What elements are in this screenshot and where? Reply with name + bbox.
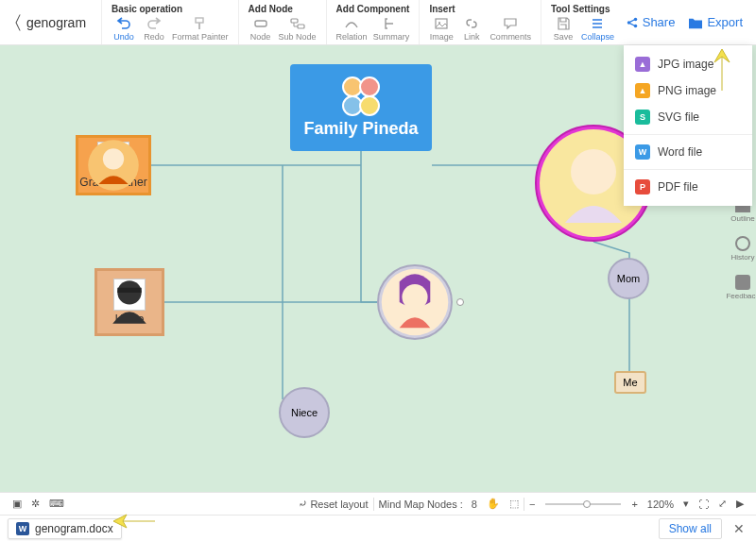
node-root[interactable]: Family Pineda [290,64,432,151]
image-button[interactable]: Image [429,16,454,42]
svg-rect-3 [298,25,304,28]
node-me[interactable]: Me [614,371,646,394]
sp-history[interactable]: History [731,236,755,262]
group-basic: Basic operation Undo Redo Format Painter [101,0,238,44]
present-button[interactable]: ▶ [731,498,748,510]
node-button[interactable]: Node [249,16,273,42]
node-handle[interactable] [456,298,464,306]
zoom-in[interactable]: + [627,499,642,510]
comments-button[interactable]: Comments [490,16,531,42]
svg-text:W: W [19,524,27,533]
avatar-icon [97,142,129,174]
zoom-out[interactable]: − [524,499,540,510]
node-niece[interactable]: Niece [279,387,330,438]
svg-rect-1 [255,21,266,26]
toolbar: 〈 genogram Basic operation Undo Redo For… [0,0,756,45]
relation-button[interactable]: Relation [336,16,368,42]
fullscreen-button[interactable]: ⤢ [713,498,731,510]
sub-node-button[interactable]: Sub Node [279,16,317,42]
bb-icon1[interactable]: ▣ [8,498,26,510]
share-button[interactable]: Share [626,15,676,29]
node-aunt[interactable]: Aunt [377,264,453,340]
node-grandfather[interactable]: Grand Father [76,135,151,195]
share-icon [626,16,639,29]
group-add-node: Add Node Node Sub Node [238,0,326,44]
node-uncle[interactable]: Uncle [94,268,164,336]
export-svg[interactable]: SSVG file [624,104,752,130]
hand-tool[interactable]: ✋ [482,498,505,510]
svg-rect-2 [291,19,298,23]
node-count: Mind Map Nodes : 8 [374,499,482,510]
hint-arrow-export [709,45,735,96]
group-insert: Insert Image Link Comments [419,0,541,44]
sp-feedback[interactable]: Feedback [726,275,756,300]
export-button[interactable]: Export [688,15,743,29]
zoom-slider[interactable] [545,503,621,505]
cursor-tool[interactable]: ⬚ [505,498,524,510]
zoom-value: 120% [643,499,679,510]
word-icon: W [16,522,29,535]
group-add-component: Add Component Relation Summary [326,0,420,44]
fit-button[interactable]: ⛶ [694,499,713,510]
node-mom[interactable]: Mom [608,258,649,299]
export-icon [688,16,703,29]
doc-title[interactable]: genogram [26,0,101,44]
export-word[interactable]: WWord file [624,139,752,165]
svg-point-12 [571,149,616,194]
summary-button[interactable]: Summary [373,16,410,42]
bb-icon2[interactable]: ✲ [26,498,44,510]
back-button[interactable]: 〈 [9,0,26,44]
export-pdf[interactable]: PPDF file [624,174,752,200]
avatar-icon [399,279,431,311]
zoom-dropdown[interactable]: ▾ [679,498,694,510]
show-all-button[interactable]: Show all [659,518,722,539]
family-avatar-icon [337,77,385,115]
group-tool-settings: Tool Settings Save Collapse [541,0,624,44]
svg-point-16 [402,284,427,310]
svg-rect-14 [117,288,141,293]
close-download-bar[interactable]: ✕ [730,521,748,536]
avatar-icon [573,155,614,196]
reset-layout-button[interactable]: ⤾ Reset layout [294,498,372,510]
download-item[interactable]: W genogram.docx [8,518,122,539]
save-button[interactable]: Save [551,16,576,42]
undo-button[interactable]: Undo [112,16,136,42]
bb-icon3[interactable]: ⌨ [44,498,69,510]
svg-point-7 [633,17,637,21]
avatar-icon [113,279,146,311]
collapse-button[interactable]: Collapse [581,16,614,42]
hint-arrow-download [110,511,157,535]
svg-rect-0 [196,18,203,23]
svg-point-8 [633,24,637,27]
link-button[interactable]: Link [459,16,484,42]
format-painter-button[interactable]: Format Painter [172,16,229,42]
redo-button[interactable]: Redo [142,16,166,42]
svg-point-10 [103,148,124,169]
